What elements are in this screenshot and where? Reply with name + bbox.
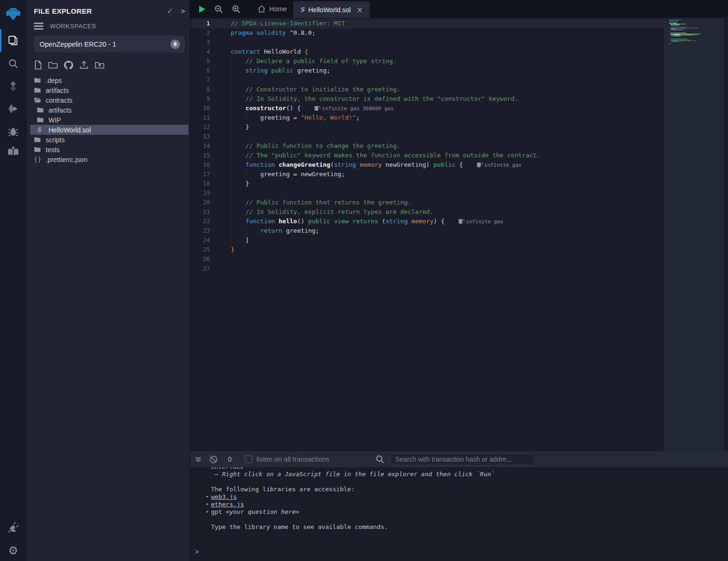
code-line-8[interactable]: 8 // Constructor to initialize the greet…	[190, 85, 664, 94]
terminal-panel: 0 listen on all transactions interface –…	[190, 451, 728, 561]
code-line-21[interactable]: 21 // In Solidity, explicit return types…	[190, 207, 664, 217]
collapse-terminal-icon[interactable]	[195, 456, 202, 463]
code-line-24[interactable]: 24 }	[190, 236, 664, 245]
tab-home[interactable]: Home	[251, 0, 293, 18]
code-line-10[interactable]: 10 constructor() { infinite gas 368600 g…	[190, 104, 664, 113]
tab-home-label: Home	[269, 5, 287, 13]
line-number: 1	[190, 19, 218, 28]
web3-js-link[interactable]: web3.js	[211, 493, 237, 500]
tab-helloworld-sol[interactable]: S HelloWorld.sol ×	[293, 1, 370, 18]
solidity-icon: S	[37, 126, 45, 133]
code-line-5[interactable]: 5 // Declare a public field of type stri…	[190, 57, 664, 66]
tree-item--deps[interactable]: .deps	[26, 75, 190, 85]
minimap-column	[664, 18, 723, 451]
workspaces-menu-icon[interactable]	[34, 23, 43, 30]
code-line-9[interactable]: 9 // In Solidity, the constructor is def…	[190, 94, 664, 104]
code-line-4[interactable]: 4contract HelloWorld {	[190, 47, 664, 57]
workspaces-row: WORKSPACES	[34, 23, 96, 30]
code-line-16[interactable]: 16 function changeGreeting(string memory…	[190, 160, 664, 170]
line-text: function hello() public view returns (st…	[231, 217, 503, 226]
new-file-icon[interactable]	[34, 60, 42, 70]
panel-expand-chevron-icon[interactable]: >	[181, 7, 185, 15]
line-number: 10	[190, 104, 218, 113]
settings-gear-icon[interactable]: ⚙	[0, 539, 26, 561]
code-line-6[interactable]: 6 string public greeting;	[190, 66, 664, 75]
terminal-output[interactable]: interface – Right click on a JavaScript …	[190, 467, 728, 561]
run-script-button[interactable]	[199, 5, 206, 13]
line-number: 20	[190, 198, 218, 207]
terminal-prompt[interactable]: >	[195, 548, 199, 555]
code-line-26[interactable]: 26	[190, 254, 664, 264]
new-folder-icon[interactable]	[48, 60, 58, 70]
upload-file-icon[interactable]	[79, 60, 89, 70]
tree-item-artifacts[interactable]: artifacts	[26, 105, 190, 115]
line-text: // Public function to change the greetin…	[231, 141, 400, 151]
file-explorer-toolbar	[34, 60, 105, 70]
code-line-23[interactable]: 23 return greeting;	[190, 226, 664, 236]
code-editor[interactable]: 1// SPDX-License-Identifier: MIT2pragma …	[190, 18, 728, 451]
tree-item-wip[interactable]: WIP	[26, 115, 190, 125]
folder-icon	[37, 117, 45, 123]
remix-logo-icon[interactable]	[0, 3, 26, 25]
folder-icon	[34, 137, 42, 143]
code-line-12[interactable]: 12 }	[190, 122, 664, 132]
code-line-1[interactable]: 1// SPDX-License-Identifier: MIT	[190, 19, 664, 28]
tree-item-scripts[interactable]: scripts	[26, 135, 190, 145]
plugin-manager-icon[interactable]	[0, 516, 26, 539]
code-lines: 1// SPDX-License-Identifier: MIT2pragma …	[190, 19, 664, 273]
search-icon[interactable]	[0, 52, 26, 75]
minimap[interactable]	[669, 20, 720, 47]
tree-item-tests[interactable]: tests	[26, 145, 190, 154]
line-text: greeting = "Hello, World!";	[231, 113, 360, 122]
code-line-7[interactable]: 7	[190, 75, 664, 85]
tree-item--prettierrc-json[interactable]: {}.prettierrc.json	[26, 154, 190, 164]
line-number: 5	[190, 57, 218, 66]
line-number: 15	[190, 151, 218, 160]
workspace-stepper-icon[interactable]	[170, 40, 180, 49]
editor-tabbar: Home S HelloWorld.sol ×	[190, 0, 728, 18]
code-line-17[interactable]: 17 greeting = newGreeting;	[190, 170, 664, 179]
line-number: 8	[190, 85, 218, 94]
tree-item-label: artifacts	[49, 106, 72, 114]
code-line-19[interactable]: 19	[190, 188, 664, 198]
checkmark-icon[interactable]: ✓	[167, 6, 173, 16]
tree-item-helloworld-sol[interactable]: SHelloWorld.sol	[30, 125, 188, 135]
tree-item-contracts[interactable]: contracts	[26, 95, 190, 105]
code-line-18[interactable]: 18 }	[190, 179, 664, 188]
line-text: contract HelloWorld {	[231, 47, 308, 57]
debugger-icon[interactable]	[0, 120, 26, 143]
terminal-line: interface	[190, 467, 728, 471]
workspace-select[interactable]: OpenZeppelin ERC20 - 1	[34, 36, 185, 52]
remix-logo	[5, 6, 21, 22]
terminal-line: web3.js	[190, 493, 728, 501]
line-text: string public greeting;	[231, 66, 330, 75]
solidity-compiler-icon[interactable]	[0, 75, 26, 98]
clear-console-icon[interactable]	[210, 455, 218, 463]
code-line-20[interactable]: 20 // Public function that returns the g…	[190, 198, 664, 207]
file-explorer-icon[interactable]	[0, 29, 26, 52]
line-number: 17	[190, 170, 218, 179]
tab-close-icon[interactable]: ×	[356, 5, 363, 15]
tree-item-artifacts[interactable]: artifacts	[26, 85, 190, 95]
code-line-14[interactable]: 14 // Public function to change the gree…	[190, 141, 664, 151]
code-line-2[interactable]: 2pragma solidity ^0.8.0;	[190, 28, 664, 38]
code-line-13[interactable]: 13	[190, 132, 664, 141]
code-line-27[interactable]: 27	[190, 264, 664, 273]
line-text: // Declare a public field of type string…	[231, 57, 396, 66]
code-line-11[interactable]: 11 greeting = "Hello, World!";	[190, 113, 664, 122]
learn-icon[interactable]	[0, 140, 26, 163]
terminal-search-input[interactable]	[390, 453, 534, 465]
zoom-in-icon[interactable]	[232, 5, 241, 14]
line-text: // In Solidity, the constructor is defin…	[231, 94, 518, 104]
deploy-run-icon[interactable]	[0, 98, 26, 120]
upload-folder-icon[interactable]	[95, 60, 105, 70]
code-line-15[interactable]: 15 // The "public" keyword makes the fun…	[190, 151, 664, 160]
code-line-3[interactable]: 3	[190, 38, 664, 47]
code-line-25[interactable]: 25}	[190, 245, 664, 254]
ethers-js-link[interactable]: ethers.js	[211, 501, 244, 508]
zoom-out-icon[interactable]	[214, 5, 223, 14]
clone-github-icon[interactable]	[64, 60, 73, 70]
code-line-22[interactable]: 22 function hello() public view returns …	[190, 217, 664, 226]
editor-scrollbar[interactable]	[723, 18, 728, 451]
listen-transactions-checkbox[interactable]	[245, 455, 252, 463]
